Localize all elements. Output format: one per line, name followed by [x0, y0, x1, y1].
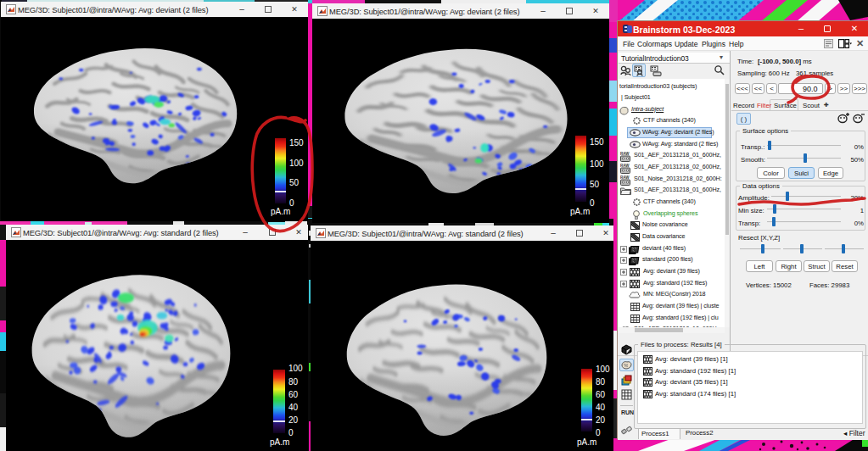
svg-text:RAW: RAW: [620, 175, 630, 180]
svg-text:RAW: RAW: [620, 164, 630, 168]
